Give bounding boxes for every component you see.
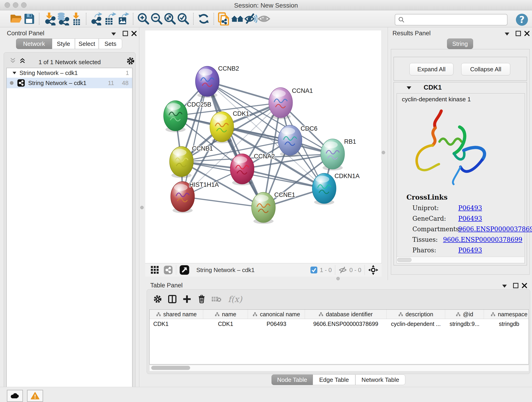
crosslink-link[interactable]: 9606.ENSP00000378699	[458, 225, 532, 233]
table-row[interactable]: CDK1CDK1P064939606.ENSP00000378699cyclin…	[150, 319, 529, 329]
import-network-database-button[interactable]	[56, 12, 70, 26]
right-splitter-handle[interactable]	[382, 151, 385, 154]
delete-column-button[interactable]	[194, 293, 209, 306]
network-options-gear-icon[interactable]	[126, 56, 135, 65]
network-edge[interactable]	[183, 197, 264, 207]
column-header--id[interactable]: @id	[445, 310, 484, 319]
float-results-icon[interactable]	[515, 31, 521, 36]
zoom-selected-button[interactable]	[177, 12, 190, 26]
network-edge[interactable]	[183, 81, 207, 197]
float-table-panel-icon[interactable]	[513, 283, 519, 288]
close-results-icon[interactable]	[524, 31, 530, 36]
import-network-file-button[interactable]	[43, 12, 56, 26]
crosslink-link[interactable]: P06493	[458, 215, 482, 222]
delete-table-button[interactable]	[209, 293, 224, 306]
table-cell[interactable]: stringdb:9...	[445, 319, 484, 329]
network-edge[interactable]	[207, 81, 264, 207]
table-cell[interactable]: CDK1	[203, 319, 248, 329]
results-hscroll-thumb[interactable]	[397, 258, 412, 262]
function-builder-button[interactable]: f(x)	[224, 293, 247, 306]
network-row-selected[interactable]: String Network – cdk1 11 48	[7, 78, 132, 88]
zoom-out-button[interactable]	[150, 12, 163, 26]
close-table-panel-icon[interactable]	[521, 283, 527, 288]
string-home-button[interactable]	[231, 12, 244, 26]
import-table-file-button[interactable]	[70, 12, 83, 26]
open-session-button[interactable]	[9, 12, 22, 26]
selected-checkbox-icon[interactable]	[310, 266, 317, 274]
float-panel-icon[interactable]	[122, 31, 128, 36]
column-header-namespace[interactable]: namespace	[484, 310, 529, 319]
network-canvas[interactable]: CCNB2CCNA1CDC25BCDK1CDC6RB1CCNB1CCNA2CDK…	[145, 31, 382, 263]
collapse-results-icon[interactable]	[505, 32, 509, 36]
collapse-all-button[interactable]: Collapse All	[461, 63, 510, 75]
table-cell[interactable]: CDK1	[150, 319, 203, 329]
hide-glass-panes-button[interactable]	[244, 12, 257, 26]
warnings-button[interactable]	[27, 390, 43, 402]
show-columns-button[interactable]	[165, 293, 180, 306]
zoom-in-button[interactable]	[137, 12, 150, 26]
expand-all-button[interactable]: Expand All	[409, 63, 453, 75]
share-documents-button[interactable]	[217, 12, 231, 26]
pan-crosshair-icon[interactable]	[368, 265, 379, 275]
column-header-shared-name[interactable]: shared name	[150, 310, 203, 319]
crosslink-link[interactable]: P06493	[458, 204, 482, 211]
collapse-panel-icon[interactable]	[111, 32, 116, 36]
search-field[interactable]	[395, 14, 507, 26]
column-header-database-identifier[interactable]: database identifier	[305, 310, 386, 319]
tab-edge-table[interactable]: Edge Table	[313, 375, 355, 385]
birdseye-grid-icon[interactable]	[150, 265, 159, 274]
column-header-canonical-name[interactable]: canonical name	[248, 310, 305, 319]
crosslink-link[interactable]: P06493	[458, 247, 482, 254]
tab-string[interactable]: String	[447, 38, 473, 49]
node-highlight	[281, 128, 295, 134]
left-splitter-handle[interactable]	[140, 206, 144, 209]
control-panel-title: Control Panel	[7, 30, 44, 37]
table-options-button[interactable]	[150, 293, 165, 306]
zoom-fit-button[interactable]	[163, 12, 177, 26]
node-count: 11	[108, 80, 114, 87]
show-eye-button[interactable]	[257, 12, 271, 26]
network-graph[interactable]: CCNB2CCNA1CDC25BCDK1CDC6RB1CCNB1CCNA2CDK…	[145, 31, 382, 263]
results-hscrollbar[interactable]	[397, 257, 524, 263]
crosslink-link[interactable]: 9606.ENSP00000378699	[443, 236, 522, 243]
table-cell[interactable]: cyclin-dependent ...	[386, 319, 445, 329]
node-highlight	[324, 141, 338, 148]
table-hscroll-thumb[interactable]	[151, 366, 190, 370]
open-in-window-icon[interactable]	[179, 265, 190, 275]
tab-select[interactable]: Select	[75, 38, 99, 49]
open-folder-icon	[9, 12, 22, 25]
tab-sets[interactable]: Sets	[99, 38, 122, 49]
network-collection-row[interactable]: String Network – cdk1 1	[7, 68, 132, 78]
export-image-button[interactable]	[116, 12, 130, 26]
table-cell[interactable]: 9606.ENSP00000378699	[305, 319, 386, 329]
export-network-button[interactable]	[90, 12, 103, 26]
crosslink-label: Uniprot:	[412, 204, 458, 211]
tab-network-table[interactable]: Network Table	[355, 375, 405, 385]
table-header-row: shared namenamecanonical namedatabase id…	[150, 310, 529, 319]
column-attribute-icon	[491, 312, 496, 317]
collapse-table-panel-icon[interactable]	[502, 285, 507, 288]
refresh-view-button[interactable]	[197, 12, 210, 26]
protein-section: CDK1 cyclin-dependent kinase 1 CrossLink…	[394, 82, 527, 265]
search-input[interactable]	[405, 16, 502, 23]
collapse-protein-icon[interactable]	[407, 86, 411, 89]
add-column-button[interactable]	[180, 293, 194, 306]
table-cell[interactable]: stringdb	[484, 319, 529, 329]
network-badge-gray-icon[interactable]	[164, 265, 173, 274]
expand-collection-icon[interactable]	[13, 72, 16, 74]
node-label-ccne1: CCNE1	[274, 191, 295, 198]
table-hscrollbar[interactable]	[150, 365, 529, 371]
cloud-status-button[interactable]	[7, 390, 23, 402]
column-header-name[interactable]: name	[203, 310, 248, 319]
table-cell[interactable]: P06493	[248, 319, 305, 329]
tab-style[interactable]: Style	[52, 38, 75, 49]
help-button[interactable]: ?	[515, 13, 528, 27]
horizontal-splitter-handle[interactable]	[336, 277, 340, 280]
column-header-description[interactable]: description	[386, 310, 445, 319]
tab-node-table[interactable]: Node Table	[272, 375, 313, 385]
close-panel-icon[interactable]	[131, 31, 137, 36]
tab-network[interactable]: Network	[16, 38, 52, 49]
export-table-button[interactable]	[103, 12, 116, 26]
table-toolbar: f(x)	[150, 293, 380, 306]
save-session-button[interactable]	[22, 12, 36, 26]
